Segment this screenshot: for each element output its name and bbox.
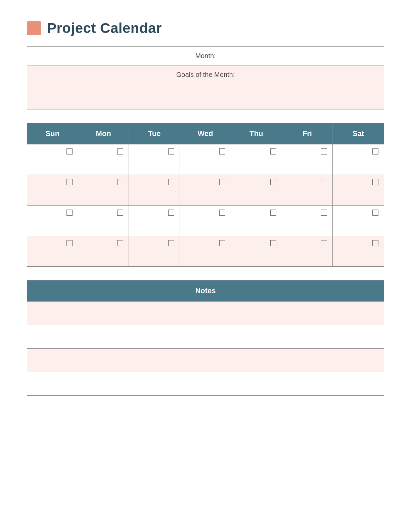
- cal-cell: [129, 206, 180, 236]
- notes-row-4: [27, 372, 384, 395]
- day-checkbox[interactable]: [168, 148, 174, 154]
- cal-cell: [27, 206, 78, 236]
- header-accent-square: [27, 21, 41, 35]
- day-checkbox[interactable]: [117, 240, 123, 246]
- day-checkbox[interactable]: [372, 148, 378, 154]
- cal-cell: [78, 236, 129, 266]
- cal-cell: [129, 236, 180, 266]
- calendar-row: [27, 236, 384, 266]
- day-checkbox[interactable]: [66, 210, 73, 216]
- notes-row-2: [27, 325, 384, 348]
- cal-cell: [180, 236, 231, 266]
- cal-cell: [282, 144, 333, 175]
- cal-cell: [282, 206, 333, 236]
- day-checkbox[interactable]: [321, 210, 327, 216]
- cal-cell: [333, 236, 384, 266]
- page-header: Project Calendar: [27, 20, 384, 36]
- notes-section: Notes: [27, 280, 384, 396]
- day-checkbox[interactable]: [117, 179, 123, 185]
- cal-cell: [333, 206, 384, 236]
- notes-header: Notes: [27, 280, 384, 301]
- cal-cell: [231, 206, 282, 236]
- cal-cell: [180, 175, 231, 205]
- cal-cell: [333, 175, 384, 205]
- day-header-fri: Fri: [282, 123, 333, 144]
- day-header-sat: Sat: [333, 123, 384, 144]
- cal-cell: [27, 236, 78, 266]
- day-checkbox[interactable]: [321, 240, 327, 246]
- day-checkbox[interactable]: [372, 240, 378, 246]
- day-checkbox[interactable]: [321, 179, 327, 185]
- goals-label: Goals of the Month:: [34, 71, 377, 79]
- cal-cell: [180, 144, 231, 175]
- day-header-thu: Thu: [231, 123, 282, 144]
- month-row: Month:: [27, 47, 384, 65]
- calendar-section: Sun Mon Tue Wed Thu Fri Sat: [27, 123, 384, 267]
- goals-row: Goals of the Month:: [27, 65, 384, 109]
- day-checkbox[interactable]: [66, 148, 73, 154]
- day-checkbox[interactable]: [372, 210, 378, 216]
- cal-cell: [231, 144, 282, 175]
- day-checkbox[interactable]: [270, 148, 276, 154]
- cal-cell: [27, 144, 78, 175]
- month-goals-section: Month: Goals of the Month:: [27, 46, 384, 109]
- day-checkbox[interactable]: [168, 240, 174, 246]
- cal-cell: [129, 144, 180, 175]
- day-checkbox[interactable]: [219, 240, 225, 246]
- day-header-wed: Wed: [180, 123, 231, 144]
- day-checkbox[interactable]: [66, 240, 73, 246]
- calendar-row: [27, 144, 384, 175]
- day-header-tue: Tue: [129, 123, 180, 144]
- day-checkbox[interactable]: [321, 148, 327, 154]
- day-checkbox[interactable]: [168, 179, 174, 185]
- month-label: Month:: [195, 52, 216, 59]
- day-checkbox[interactable]: [270, 179, 276, 185]
- page-title: Project Calendar: [47, 20, 162, 36]
- cal-cell: [129, 175, 180, 205]
- calendar-header: Sun Mon Tue Wed Thu Fri Sat: [27, 123, 384, 144]
- day-checkbox[interactable]: [117, 210, 123, 216]
- day-checkbox[interactable]: [219, 148, 225, 154]
- calendar-row: [27, 175, 384, 205]
- cal-cell: [78, 175, 129, 205]
- cal-cell: [180, 206, 231, 236]
- day-checkbox[interactable]: [117, 148, 123, 154]
- cal-cell: [78, 206, 129, 236]
- day-checkbox[interactable]: [270, 210, 276, 216]
- calendar-row: [27, 205, 384, 236]
- notes-row-1: [27, 301, 384, 325]
- cal-cell: [78, 144, 129, 175]
- day-checkbox[interactable]: [372, 179, 378, 185]
- day-checkbox[interactable]: [66, 179, 73, 185]
- notes-row-3: [27, 348, 384, 372]
- cal-cell: [27, 175, 78, 205]
- day-header-mon: Mon: [78, 123, 129, 144]
- cal-cell: [231, 236, 282, 266]
- cal-cell: [333, 144, 384, 175]
- day-header-sun: Sun: [27, 123, 78, 144]
- day-checkbox[interactable]: [219, 179, 225, 185]
- day-checkbox[interactable]: [219, 210, 225, 216]
- day-checkbox[interactable]: [168, 210, 174, 216]
- cal-cell: [231, 175, 282, 205]
- day-checkbox[interactable]: [270, 240, 276, 246]
- calendar-body: [27, 144, 384, 266]
- cal-cell: [282, 236, 333, 266]
- cal-cell: [282, 175, 333, 205]
